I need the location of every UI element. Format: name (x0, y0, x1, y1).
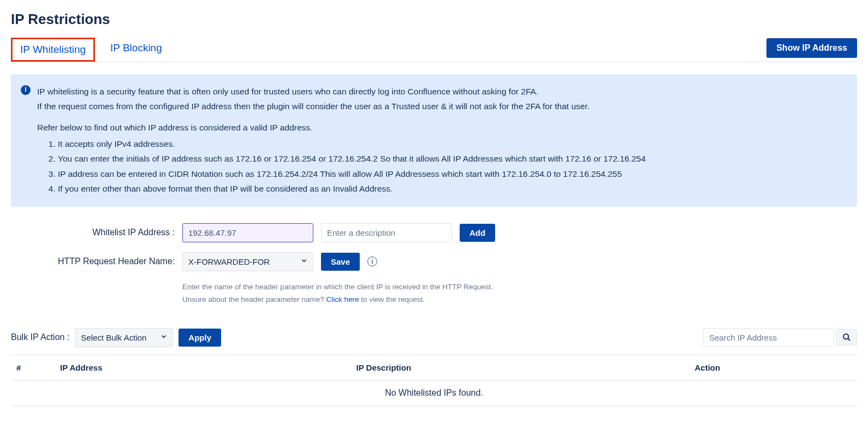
search-icon (842, 333, 851, 342)
click-here-link[interactable]: Click here (326, 295, 359, 303)
tabs-container: IP Whitelisting IP Blocking Show IP Addr… (11, 38, 857, 62)
ip-description-input[interactable] (321, 223, 452, 242)
table-empty-message: No Whitelisted IPs found. (11, 380, 857, 406)
whitelist-ip-label: Whitelist IP Address : (11, 228, 175, 237)
info-rule: You can enter the initials of IP address… (58, 152, 845, 166)
info-rules-list: It accepts only IPv4 addresses. You can … (58, 137, 845, 196)
http-header-help: Enter the name of the header parameter i… (182, 281, 857, 306)
bulk-action-row: Bulk IP Action : Apply (11, 328, 857, 347)
tab-ip-blocking[interactable]: IP Blocking (103, 38, 170, 62)
col-number: # (11, 355, 55, 380)
ip-table: # IP Address IP Description Action No Wh… (11, 355, 857, 406)
bulk-action-label: Bulk IP Action : (11, 332, 69, 342)
http-header-select-wrap (182, 252, 313, 271)
bulk-select-wrap (75, 328, 173, 347)
help-text-line1: Enter the name of the header parameter i… (182, 283, 493, 291)
info-rule: If you enter other than above format the… (58, 182, 845, 196)
add-button[interactable]: Add (460, 224, 495, 242)
page-title: IP Restrictions (11, 11, 857, 28)
http-header-select[interactable] (182, 252, 313, 271)
search-ip-input[interactable] (703, 329, 834, 347)
col-ip-address: IP Address (55, 355, 351, 380)
svg-line-1 (848, 338, 850, 341)
save-button[interactable]: Save (321, 253, 360, 271)
info-rule: IP address can be entered in CIDR Notati… (58, 167, 845, 181)
whitelist-ip-row: Whitelist IP Address : Add (11, 223, 857, 242)
whitelist-ip-input[interactable] (182, 223, 313, 242)
tab-ip-whitelisting[interactable]: IP Whitelisting (11, 38, 95, 62)
help-icon[interactable]: i (367, 257, 377, 266)
info-icon: i (21, 85, 31, 95)
search-button[interactable] (836, 329, 857, 345)
tabs: IP Whitelisting IP Blocking (11, 38, 170, 62)
search-wrap (703, 329, 857, 347)
show-ip-address-button[interactable]: Show IP Address (766, 38, 857, 58)
col-ip-description: IP Description (351, 355, 689, 380)
help-text-line2b: to view the request. (359, 295, 425, 303)
apply-button[interactable]: Apply (179, 329, 221, 347)
info-rule: It accepts only IPv4 addresses. (58, 137, 845, 151)
info-text-line2: If the request comes from the configured… (37, 99, 845, 114)
svg-point-0 (843, 334, 848, 339)
table-empty-row: No Whitelisted IPs found. (11, 380, 857, 406)
info-panel: i IP whitelisting is a security feature … (11, 74, 857, 207)
help-text-line2a: Unsure about the header parameter name? (182, 295, 326, 303)
col-action: Action (689, 355, 858, 380)
info-refer: Refer below to find out which IP address… (37, 121, 845, 135)
info-text-line1: IP whitelisting is a security feature th… (37, 85, 845, 99)
bulk-action-select[interactable] (75, 328, 173, 347)
http-header-label: HTTP Request Header Name: (11, 257, 175, 266)
http-header-row: HTTP Request Header Name: Save i (11, 252, 857, 271)
